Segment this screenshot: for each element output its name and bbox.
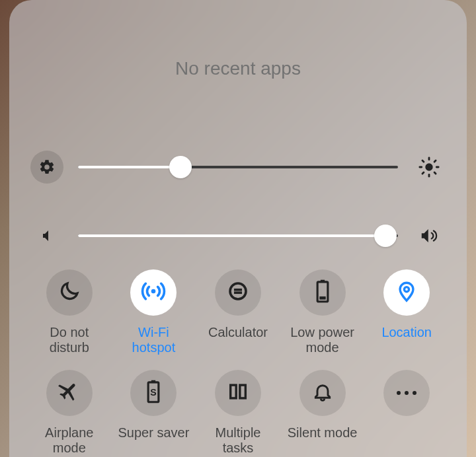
svg-point-0	[425, 163, 432, 170]
svg-rect-18	[151, 380, 155, 382]
split-screen-icon	[227, 380, 249, 405]
toggle-label: Wi-Fi hotspot	[132, 325, 176, 355]
toggle-label: Super saver	[118, 425, 189, 456]
silent-mode-toggle[interactable]: Silent mode	[284, 370, 362, 456]
toggle-label: Location	[381, 325, 432, 355]
svg-text:S: S	[151, 387, 157, 398]
toggle-label: Airplane mode	[45, 425, 93, 456]
toggle-label: Silent mode	[288, 425, 358, 456]
super-saver-icon: S	[146, 379, 161, 407]
super-saver-toggle[interactable]: S Super saver	[115, 370, 193, 456]
recent-apps-label: No recent apps	[30, 58, 446, 79]
low-battery-icon	[315, 279, 330, 306]
airplane-mode-toggle[interactable]: Airplane mode	[30, 370, 108, 456]
svg-rect-21	[240, 385, 246, 398]
volume-low-icon	[30, 228, 63, 244]
multiple-tasks-toggle[interactable]: Multiple tasks	[199, 370, 277, 456]
toggle-label: Low power mode	[290, 325, 354, 355]
airplane-icon	[58, 380, 81, 406]
location-pin-icon	[395, 278, 418, 307]
svg-rect-20	[231, 385, 237, 398]
svg-point-24	[413, 391, 416, 395]
location-toggle[interactable]: Location	[368, 269, 446, 355]
volume-slider[interactable]	[78, 234, 398, 237]
do-not-disturb-toggle[interactable]: Do not disturb	[30, 269, 108, 355]
svg-line-7	[422, 172, 424, 174]
svg-point-9	[151, 289, 156, 294]
svg-point-22	[397, 391, 401, 395]
brightness-slider[interactable]	[78, 166, 398, 168]
brightness-high-icon	[413, 151, 446, 184]
svg-rect-15	[319, 297, 325, 300]
toggle-label: Do not disturb	[50, 325, 89, 355]
svg-line-6	[434, 172, 436, 174]
wifi-hotspot-toggle[interactable]: Wi-Fi hotspot	[115, 269, 193, 355]
bell-icon	[312, 380, 333, 406]
svg-rect-14	[320, 280, 324, 282]
quick-settings-panel: No recent apps Do not	[9, 0, 467, 457]
settings-gear-icon[interactable]	[30, 151, 63, 184]
brightness-slider-row	[30, 151, 446, 184]
hotspot-icon	[140, 278, 167, 307]
toggle-label: Calculator	[208, 325, 268, 355]
more-dots-icon	[395, 387, 418, 399]
volume-high-icon	[413, 226, 446, 246]
svg-point-16	[405, 287, 409, 292]
quick-toggles-grid: Do not disturb Wi-Fi hotspot Calculator …	[30, 269, 446, 456]
low-power-mode-toggle[interactable]: Low power mode	[284, 269, 362, 355]
toggle-label: Multiple tasks	[216, 425, 261, 456]
calculator-icon	[226, 279, 250, 306]
moon-icon	[58, 279, 81, 306]
more-toggles-button[interactable]	[368, 370, 446, 456]
svg-point-23	[405, 391, 409, 395]
calculator-toggle[interactable]: Calculator	[199, 269, 277, 355]
svg-point-10	[230, 283, 246, 299]
volume-slider-row	[30, 226, 446, 246]
svg-line-5	[422, 160, 424, 162]
svg-line-8	[434, 160, 436, 162]
